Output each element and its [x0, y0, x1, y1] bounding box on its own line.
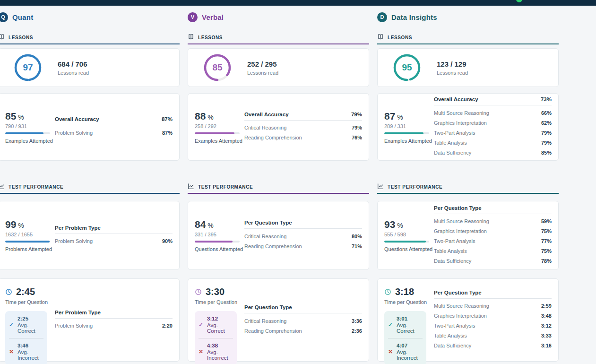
- list-row: Graphics Interpretation75%: [434, 226, 552, 236]
- data-insights-examples-attempted-label: Examples Attempted: [384, 138, 434, 144]
- verbal-lessons-card: 85 252 / 295 Lessons read: [188, 48, 369, 87]
- list-row: Data Sufficiency78%: [434, 256, 552, 266]
- quant-accuracy-list: Overall Accuracy87% Problem Solving87%: [55, 116, 173, 138]
- quant-test-card: 99% 1632 / 1655 Problems Attempted Per P…: [0, 201, 180, 270]
- list-row: Multi Source Reasoning66%: [434, 108, 552, 118]
- data-insights-time-summary: 3:18 Time per Question ✓ 3:01Avg. Correc…: [384, 279, 434, 364]
- data-insights-time-label: Time per Question: [384, 299, 434, 305]
- data-insights-lessons-section-header: LESSONS: [377, 34, 559, 44]
- quant-test-progress-bar: [5, 241, 50, 243]
- quant-examples-progress-bar: [5, 132, 50, 134]
- data-insights-lessons-ring: 95: [392, 53, 422, 82]
- list-row: Problem Solving2:20: [55, 321, 173, 331]
- list-row: Graphics Interpretation62%: [434, 118, 552, 128]
- list-row: Two-Part Analysis77%: [434, 236, 552, 246]
- lessons-label: LESSONS: [388, 35, 412, 40]
- data-insights-header: D Data Insights: [377, 12, 559, 22]
- verbal-test-percent: 84%: [195, 219, 244, 230]
- x-icon: ✕: [199, 349, 203, 355]
- verbal-ring-value: 85: [203, 53, 232, 82]
- quant-examples-attempted-label: Examples Attempted: [5, 138, 55, 144]
- list-row: Multi Source Reasoning59%: [434, 217, 552, 226]
- avg-incorrect-row: ✕ 4:38Avg. Incorrect: [199, 343, 233, 361]
- verbal-title: Verbal: [202, 13, 224, 21]
- quant-title: Quant: [12, 13, 33, 21]
- columns-container: Q Quant LESSONS 97 684 / 706: [0, 6, 596, 362]
- book-icon: [377, 34, 384, 40]
- list-header: Per Question Type: [244, 220, 362, 229]
- verbal-test-attempted-label: Questions Attempted: [195, 246, 244, 252]
- list-row: Critical Reasoning3:36: [244, 316, 362, 326]
- list-header: Per Question Type: [434, 205, 552, 214]
- list-header: Per Problem Type: [55, 310, 173, 319]
- list-row: Graphics Interpretation3:48: [434, 311, 552, 321]
- verbal-time-label: Time per Question: [195, 299, 244, 305]
- divider: [9, 338, 43, 338]
- data-insights-ring-value: 95: [392, 53, 422, 82]
- list-header: Per Question Type: [244, 304, 362, 313]
- check-icon: ✓: [388, 322, 393, 328]
- list-row: Critical Reasoning80%: [244, 231, 362, 241]
- list-row: Problem Solving87%: [55, 128, 173, 138]
- quant-time-value: 2:45: [16, 286, 35, 297]
- status-dot[interactable]: [516, 0, 522, 2]
- verbal-test-progress-bar: [195, 241, 240, 243]
- list-row: Table Analysis79%: [434, 138, 552, 147]
- list-row: Two-Part Analysis79%: [434, 128, 552, 138]
- verbal-examples-progress-bar: [195, 132, 240, 134]
- verbal-test-list: Per Question Type Critical Reasoning80% …: [244, 220, 362, 251]
- verbal-test-card: 84% 331 / 395 Questions Attempted Per Qu…: [188, 201, 369, 270]
- verbal-lessons-text: 252 / 295 Lessons read: [247, 60, 278, 76]
- quant-lessons-read-label: Lessons read: [58, 70, 89, 76]
- top-bar: [0, 0, 596, 6]
- dashboard-page: Q Quant LESSONS 97 684 / 706: [0, 0, 596, 364]
- clock-icon: [5, 288, 12, 295]
- column-verbal: V Verbal LESSONS 85 252 / 295: [188, 6, 369, 362]
- data-insights-examples-percent: 87%: [384, 111, 434, 122]
- quant-time-summary: 2:45 Time per Question ✓ 2:25Avg. Correc…: [5, 279, 55, 364]
- quant-avg-box: ✓ 2:25Avg. Correct ✕ 3:46Avg. Incorrect: [5, 311, 47, 364]
- data-insights-time-value: 3:18: [395, 286, 414, 297]
- data-insights-test-percent: 93%: [384, 219, 434, 230]
- list-row: Data Sufficiency85%: [434, 147, 552, 157]
- lessons-label: LESSONS: [9, 35, 33, 40]
- check-icon: ✓: [199, 322, 203, 328]
- quant-test-list: Per Problem Type Problem Solving90%: [55, 225, 173, 246]
- verbal-accuracy-list: Overall Accuracy79% Critical Reasoning79…: [244, 112, 362, 143]
- verbal-examples-percent: 88%: [195, 111, 244, 122]
- quant-lessons-fraction: 684 / 706: [58, 60, 89, 68]
- book-icon: [188, 34, 194, 40]
- quant-lessons-card: 97 684 / 706 Lessons read: [0, 48, 180, 87]
- x-icon: ✕: [388, 349, 393, 355]
- list-header: Overall Accuracy87%: [55, 116, 173, 125]
- test-performance-label: TEST PERFORMANCE: [388, 184, 442, 190]
- quant-time-label: Time per Question: [5, 299, 55, 305]
- quant-icon: Q: [0, 12, 8, 22]
- verbal-examples-card: 88% 258 / 292 Examples Attempted Overall…: [188, 93, 369, 161]
- data-insights-examples-stat: 87% 289 / 331 Examples Attempted: [384, 111, 434, 144]
- data-insights-lessons-read-label: Lessons read: [437, 70, 468, 76]
- quant-test-fraction: 1632 / 1655: [5, 232, 55, 237]
- list-row: Reading Comprehension2:36: [244, 326, 362, 336]
- data-insights-examples-fraction: 289 / 331: [384, 123, 434, 129]
- avg-correct-row: ✓ 3:01Avg. Correct: [388, 316, 423, 334]
- avg-correct-row: ✓ 2:25Avg. Correct: [9, 316, 43, 334]
- lessons-label: LESSONS: [198, 35, 223, 40]
- list-header: Per Problem Type: [55, 225, 173, 234]
- data-insights-test-progress-bar: [384, 241, 429, 243]
- avg-incorrect-row: ✕ 4:07Avg. Incorrect: [388, 343, 423, 361]
- avg-incorrect-row: ✕ 3:46Avg. Incorrect: [9, 343, 43, 361]
- verbal-lessons-section-header: LESSONS: [188, 34, 369, 44]
- data-insights-title: Data Insights: [391, 13, 437, 21]
- quant-examples-percent: 85%: [5, 111, 55, 122]
- data-insights-time-list: Per Question Type Multi Source Reasoning…: [434, 290, 552, 351]
- chart-icon: [188, 183, 194, 190]
- verbal-test-stat: 84% 331 / 395 Questions Attempted: [195, 219, 244, 252]
- list-row: Table Analysis75%: [434, 246, 552, 256]
- check-icon: ✓: [9, 322, 14, 328]
- quant-examples-card: 85% 790 / 931 Examples Attempted Overall…: [0, 93, 180, 161]
- quant-test-performance-header: TEST PERFORMANCE: [0, 183, 180, 194]
- verbal-examples-attempted-label: Examples Attempted: [195, 138, 244, 144]
- data-insights-test-stat: 93% 555 / 598 Questions Attempted: [384, 219, 434, 252]
- verbal-time-value: 3:30: [206, 286, 225, 297]
